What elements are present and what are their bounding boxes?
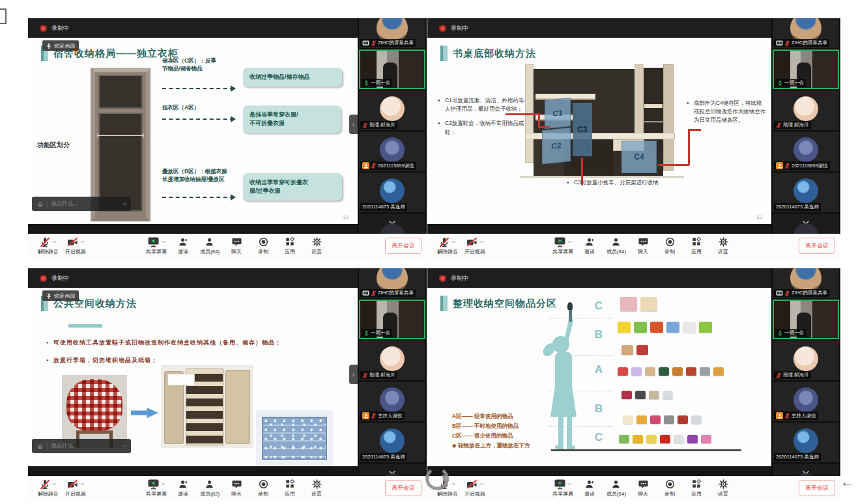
chat-input-placeholder[interactable]: 说点什么... [51, 442, 120, 450]
participant-tile[interactable]: ZIHC的屏幕共享 [773, 268, 839, 298]
chat-collapse-icon[interactable]: < [123, 443, 126, 449]
participant-tile[interactable]: 2020114673 吴逸帅 [359, 173, 425, 212]
participant-tile[interactable]: 助理 郝海川 [359, 91, 425, 130]
members-button[interactable]: >成员(82) [197, 479, 222, 497]
share-screen-button[interactable]: 共享屏幕 [550, 479, 575, 497]
members-button[interactable]: >成员(84) [604, 237, 629, 255]
muted-mic-icon [776, 372, 782, 378]
slide-title: 整理收纳空间物品分区 [440, 296, 557, 311]
participant-label: 主持人谢悦 [360, 412, 405, 420]
chat-overlay[interactable]: ☺ 说点什么... < [32, 439, 131, 453]
chevron-up-icon[interactable] [52, 239, 57, 245]
participant-tile[interactable]: 2020114673 吴逸帅 [359, 423, 425, 462]
participant-tile[interactable]: ZIHC的屏幕共享 [359, 268, 425, 298]
chevron-up-icon[interactable] [567, 481, 572, 487]
invite-button[interactable]: 邀请 [171, 237, 195, 255]
settings-button[interactable]: 设置 [304, 479, 329, 497]
leave-meeting-button[interactable]: 离开会议 [799, 238, 835, 254]
share-screen-button[interactable]: 共享屏幕 [144, 479, 169, 497]
zone-letter-b: B [590, 328, 607, 341]
participant-tile[interactable]: 一期一会 [773, 49, 839, 89]
participant-tile[interactable]: 2021115859谢悦 [359, 132, 425, 171]
leave-meeting-button[interactable]: 离开会议 [799, 480, 835, 496]
slide-title-text: 整理收纳空间物品分区 [453, 298, 557, 310]
participants-sidebar: ZIHC的屏幕共享一期一会助理 郝海川主持人谢悦2020114673 吴逸帅 [771, 268, 840, 476]
participant-tile[interactable]: 一期一会 [359, 300, 425, 339]
participant-name: 助理 郝海川 [369, 122, 395, 128]
chevron-up-icon[interactable] [80, 481, 85, 487]
chat-button[interactable]: 聊天 [224, 237, 249, 255]
participant-tile[interactable]: 主持人谢悦 [773, 382, 839, 421]
chat-overlay[interactable]: ☺ 说点什么... < [32, 197, 131, 211]
chevron-up-icon[interactable] [451, 481, 456, 487]
toolbar: 解除静音开启视频共享屏幕邀请>成员(82)聊天录制应用设置离开会议 [28, 476, 427, 500]
participant-label: ZIHC的屏幕共享 [360, 289, 416, 297]
sidebar-collapse-handle[interactable]: › [349, 365, 358, 384]
pin-badge-label: 锁定画面 [54, 292, 75, 300]
participant-tile[interactable] [359, 214, 425, 234]
camera-button[interactable]: 开启视频 [463, 237, 487, 255]
participant-tile[interactable]: ZIHC的屏幕共享 [359, 18, 425, 48]
emoji-icon[interactable]: ☺ [36, 443, 44, 450]
chevron-up-icon[interactable] [479, 239, 484, 245]
invite-button[interactable]: 邀请 [171, 479, 195, 497]
mute-button[interactable]: 解除静音 [36, 237, 61, 255]
settings-button[interactable]: 设置 [711, 237, 735, 255]
camera-button[interactable]: 开启视频 [463, 479, 487, 497]
apps-button[interactable]: 应用 [278, 237, 302, 255]
chevron-up-icon[interactable] [161, 481, 165, 487]
mute-button[interactable]: 解除静音 [36, 479, 61, 497]
mute-button[interactable]: 解除静音 [435, 237, 460, 255]
participant-tile[interactable]: 2020114673 吴逸帅 [773, 173, 839, 212]
participant-tile[interactable]: 助理 郝海川 [773, 341, 839, 380]
record-button[interactable]: 录制 [251, 237, 276, 255]
participant-tile[interactable]: 助理 郝海川 [359, 341, 425, 380]
participant-tile[interactable]: 助理 郝海川 [773, 91, 839, 130]
participant-tile[interactable]: 2021115859谢悦 [773, 132, 839, 171]
participant-tile[interactable]: ZIHC的屏幕共享 [773, 18, 839, 48]
sidebar-collapse-handle[interactable]: › [349, 115, 358, 134]
settings-button[interactable]: 设置 [304, 237, 329, 255]
chevron-up-icon[interactable] [80, 239, 85, 245]
refresh-overlay-icon [422, 464, 452, 496]
record-button[interactable]: 录制 [251, 479, 276, 497]
record-button[interactable]: 录制 [657, 237, 682, 255]
title-accent [440, 296, 448, 311]
item-thumbnail [660, 435, 670, 443]
participant-tile[interactable] [773, 464, 839, 476]
participant-tile[interactable]: 一期一会 [359, 49, 425, 89]
share-screen-button[interactable]: 共享屏幕 [550, 237, 575, 255]
pin-badge[interactable]: 锁定画面 [42, 290, 79, 301]
camera-button[interactable]: 开启视频 [63, 237, 88, 255]
participant-tile[interactable]: 主持人谢悦 [359, 382, 425, 421]
members-button[interactable]: >成员(84) [197, 237, 222, 255]
leave-meeting-button[interactable]: 离开会议 [385, 238, 421, 254]
chat-button[interactable]: 聊天 [631, 237, 655, 255]
invite-button[interactable]: 邀请 [577, 479, 602, 497]
apps-button[interactable]: 应用 [684, 479, 709, 497]
chat-button[interactable]: 聊天 [224, 479, 249, 497]
camera-button[interactable]: 开启视频 [63, 479, 88, 497]
participant-tile[interactable]: 2020114673 吴逸帅 [773, 423, 839, 462]
participant-tile[interactable] [773, 214, 839, 234]
emoji-icon[interactable]: ☺ [36, 201, 44, 208]
chevron-up-icon[interactable] [479, 481, 484, 487]
apps-button[interactable]: 应用 [278, 479, 302, 497]
chat-collapse-icon[interactable]: < [123, 201, 126, 207]
chevron-up-icon[interactable] [451, 239, 456, 245]
invite-button[interactable]: 邀请 [577, 237, 602, 255]
chevron-up-icon[interactable] [567, 239, 572, 245]
share-screen-button[interactable]: 共享屏幕 [144, 237, 169, 255]
chevron-up-icon[interactable] [161, 239, 165, 245]
record-button[interactable]: 录制 [657, 479, 682, 497]
settings-button[interactable]: 设置 [711, 479, 735, 497]
participant-tile[interactable]: 一期一会 [773, 300, 839, 339]
apps-button[interactable]: 应用 [684, 237, 709, 255]
participant-tile[interactable] [359, 464, 425, 476]
chevron-up-icon[interactable] [52, 481, 57, 487]
pin-badge[interactable]: 锁定画面 [42, 40, 79, 51]
leave-meeting-button[interactable]: 离开会议 [385, 480, 421, 496]
chat-button[interactable]: 聊天 [631, 479, 655, 497]
chat-input-placeholder[interactable]: 说点什么... [51, 200, 120, 208]
members-button[interactable]: >成员(84) [604, 479, 629, 497]
